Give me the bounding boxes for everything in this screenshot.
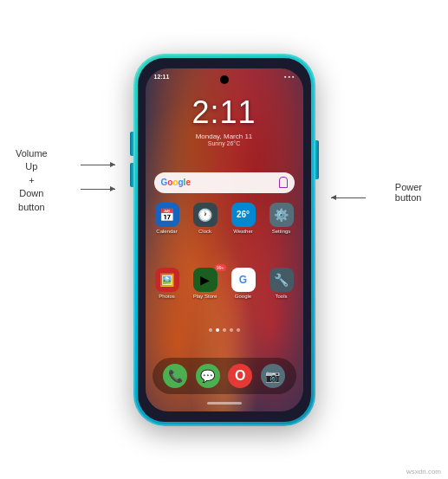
dot-2 [216, 328, 219, 332]
calendar-icon: 📅 [155, 203, 179, 227]
app-photos[interactable]: 🖼️ Photos [150, 268, 185, 299]
app-playstore[interactable]: ▶ 99+ Play Store [188, 268, 223, 299]
home-indicator[interactable] [207, 402, 242, 405]
volume-label: VolumeUp+Downbutton [16, 147, 48, 214]
clock-icon: 🕐 [193, 203, 218, 227]
phone-screen: 12:11 ▪ ▪ ▪ 2:11 Monday, March 11 Sunny … [146, 68, 303, 411]
dock: 📞 💬 O 📷 [153, 358, 296, 394]
app-google[interactable]: G Google [226, 268, 261, 299]
clock-label: Clock [198, 229, 211, 234]
google-icon: G [231, 268, 256, 292]
volume-up-button[interactable] [130, 132, 133, 156]
app-grid-row2: 🖼️ Photos ▶ 99+ Play Store G Google 🔧 [150, 268, 299, 299]
tools-icon: 🔧 [269, 268, 294, 292]
app-grid-row1: 📅 Calendar 🕐 Clock 26° Weather ⚙️ Settin… [150, 203, 299, 234]
google-label: Google [235, 294, 251, 299]
dot-3 [223, 328, 226, 332]
google-logo: Google [161, 178, 191, 187]
photos-icon: 🖼️ [155, 268, 179, 292]
punch-hole-camera [220, 75, 229, 84]
clock-weather: Sunny 26°C [208, 140, 240, 146]
dock-opera[interactable]: O [228, 364, 252, 388]
settings-label: Settings [272, 229, 291, 234]
photos-label: Photos [159, 294, 175, 299]
app-tools[interactable]: 🔧 Tools [264, 268, 299, 299]
dock-messages[interactable]: 💬 [196, 364, 220, 388]
calendar-label: Calendar [156, 229, 177, 234]
clock-area: 2:11 Monday, March 11 Sunny 26°C [146, 94, 303, 146]
power-button[interactable] [315, 140, 319, 179]
watermark: wsxdn.com [406, 468, 441, 476]
app-clock[interactable]: 🕐 Clock [188, 203, 223, 234]
dot-5 [237, 328, 240, 332]
volume-up-arrow [81, 165, 115, 165]
app-weather[interactable]: 26° Weather [226, 203, 261, 234]
phone-device: 12:11 ▪ ▪ ▪ 2:11 Monday, March 11 Sunny … [133, 54, 315, 426]
status-icons: ▪ ▪ ▪ [284, 74, 294, 80]
tools-label: Tools [275, 294, 287, 299]
volume-down-arrow [81, 189, 115, 190]
mic-icon[interactable] [279, 177, 288, 188]
dock-phone[interactable]: 📞 [163, 364, 187, 388]
power-arrow [331, 197, 366, 198]
app-settings[interactable]: ⚙️ Settings [264, 203, 299, 234]
dot-4 [230, 328, 233, 332]
battery-icon: ▪ [292, 74, 294, 80]
dot-1 [209, 328, 212, 332]
dock-camera[interactable]: 📷 [261, 364, 285, 388]
power-label: Powerbutton [395, 182, 422, 203]
playstore-icon: ▶ [193, 268, 218, 292]
search-bar[interactable]: Google [154, 172, 295, 193]
wifi-icon: ▪ [284, 74, 286, 80]
page-dots [146, 328, 303, 332]
weather-icon: 26° [231, 203, 256, 227]
app-calendar[interactable]: 📅 Calendar [150, 203, 185, 234]
status-time: 12:11 [154, 74, 170, 80]
volume-down-button[interactable] [130, 163, 133, 187]
playstore-badge: 99+ [215, 264, 225, 271]
playstore-label: Play Store [193, 294, 218, 299]
settings-icon: ⚙️ [269, 203, 294, 227]
page-container: VolumeUp+Downbutton Powerbutton 12:11 [0, 0, 448, 479]
clock-time: 2:11 [192, 94, 256, 131]
phone-bezel: 12:11 ▪ ▪ ▪ 2:11 Monday, March 11 Sunny … [138, 58, 311, 422]
clock-date: Monday, March 11 [196, 133, 253, 140]
weather-label: Weather [233, 229, 253, 234]
signal-icon: ▪ [289, 74, 290, 80]
